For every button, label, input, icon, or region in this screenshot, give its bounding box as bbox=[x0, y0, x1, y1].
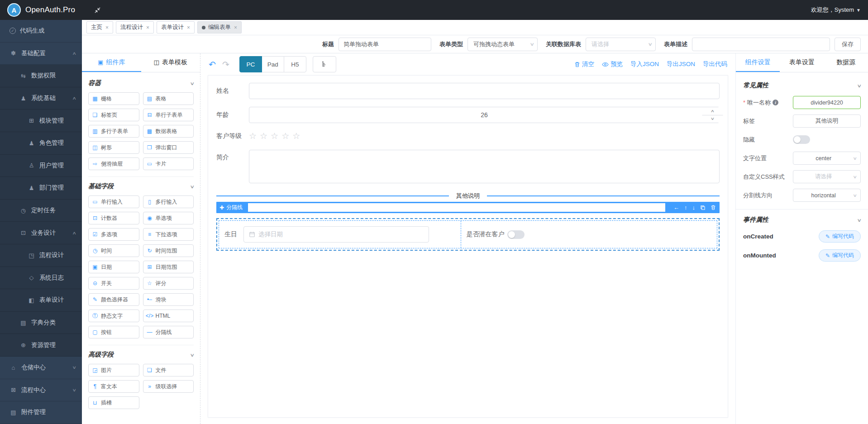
component-popup-window[interactable]: ❒弹出窗口 bbox=[143, 141, 194, 154]
sidebar-item-system-base[interactable]: ♟系统基础∧ bbox=[0, 87, 82, 110]
component-input[interactable]: ▭单行输入 bbox=[88, 195, 139, 208]
common-props-header[interactable]: 常见属性 ∨ bbox=[743, 81, 861, 90]
component-html[interactable]: </>HTML bbox=[143, 310, 194, 322]
field-rate-row[interactable]: 客户等级 ☆☆☆☆☆ bbox=[216, 131, 720, 141]
form-type-select[interactable]: 可拖拽动态表单 ∨ bbox=[467, 38, 538, 51]
delete-icon[interactable] bbox=[711, 205, 716, 210]
component-table[interactable]: ▤表格 bbox=[143, 92, 194, 105]
close-icon[interactable]: × bbox=[146, 24, 149, 31]
device-pc-button[interactable]: PC bbox=[239, 56, 262, 72]
section-header[interactable]: 高级字段∨ bbox=[88, 351, 194, 359]
info-icon[interactable]: i bbox=[773, 100, 778, 105]
component-rich-text[interactable]: ¶富文本 bbox=[88, 380, 139, 393]
star-icon[interactable]: ☆ bbox=[292, 131, 300, 141]
sidebar-item-dict-category[interactable]: ▤字典分类 bbox=[0, 312, 82, 334]
sidebar-item-workflow-design[interactable]: ◳流程设计 bbox=[0, 244, 82, 267]
save-button[interactable]: 保存 bbox=[835, 38, 861, 51]
user-menu[interactable]: 欢迎您，System ▼ bbox=[811, 6, 861, 14]
sidebar-item-code-gen[interactable]: ✓代码生成 bbox=[0, 20, 82, 43]
move-left-icon[interactable]: ← bbox=[673, 204, 679, 211]
component-switch[interactable]: ⊝开关 bbox=[88, 277, 139, 290]
sidebar-item-dept-mgmt[interactable]: ♟部门管理 bbox=[0, 177, 82, 200]
potential-customer-toggle[interactable] bbox=[507, 230, 525, 239]
move-up-icon[interactable]: ↑ bbox=[684, 204, 687, 211]
star-icon[interactable]: ☆ bbox=[249, 131, 257, 141]
device-h5-button[interactable]: H5 bbox=[284, 56, 306, 72]
unique-name-input[interactable] bbox=[793, 96, 861, 109]
page-tab-home[interactable]: 主页× bbox=[86, 21, 113, 33]
component-slider[interactable]: •–滑块 bbox=[143, 293, 194, 306]
component-checkbox[interactable]: ☑多选项 bbox=[88, 228, 139, 241]
collapse-sidebar-icon[interactable] bbox=[94, 7, 101, 14]
section-header[interactable]: 容器∨ bbox=[88, 79, 194, 87]
sidebar-item-warehouse-center[interactable]: ⌂仓储中心∨ bbox=[0, 357, 82, 379]
field-intro-row[interactable]: 简介 bbox=[216, 150, 720, 183]
text-position-select[interactable]: center ∨ bbox=[793, 152, 861, 165]
component-tab-page[interactable]: ❑标签页 bbox=[88, 109, 139, 121]
sidebar-item-attachment-mgmt[interactable]: ▤附件管理 bbox=[0, 401, 82, 424]
form-canvas[interactable]: 姓名 年龄 ∧ ∨ bbox=[208, 75, 728, 418]
device-pad-button[interactable]: Pad bbox=[262, 56, 284, 72]
clear-action[interactable]: 清空 bbox=[574, 60, 594, 68]
field-age-row[interactable]: 年龄 ∧ ∨ bbox=[216, 107, 720, 123]
component-counter[interactable]: ⊡计数器 bbox=[88, 212, 139, 224]
component-button[interactable]: ▢按钮 bbox=[88, 326, 139, 338]
component-time-range[interactable]: ↻时间范围 bbox=[143, 244, 194, 257]
copy-icon[interactable] bbox=[700, 205, 706, 210]
custom-css-select[interactable]: 请选择 ∨ bbox=[793, 170, 861, 183]
write-code-button[interactable]: ✎编写代码 bbox=[819, 249, 861, 262]
component-grid[interactable]: ▦栅格 bbox=[88, 92, 139, 105]
section-header[interactable]: 基础字段∨ bbox=[88, 182, 194, 191]
tag-input[interactable] bbox=[793, 114, 861, 128]
star-icon[interactable]: ☆ bbox=[260, 131, 267, 141]
field-name-row[interactable]: 姓名 bbox=[216, 83, 720, 99]
divider-direction-select[interactable]: horizontal ∨ bbox=[793, 189, 861, 202]
component-tree[interactable]: ◫树形 bbox=[88, 141, 139, 154]
component-single-subform[interactable]: ⊟单行子表单 bbox=[143, 109, 194, 121]
component-multi-subform[interactable]: ▥多行子表单 bbox=[88, 125, 139, 138]
sidebar-item-schedule-task[interactable]: ◷定时任务 bbox=[0, 200, 82, 222]
export-json-action[interactable]: 导出JSON bbox=[667, 60, 695, 68]
component-select[interactable]: ≡下拉选项 bbox=[143, 228, 194, 241]
sidebar-item-business-design[interactable]: ⊡业务设计∧ bbox=[0, 222, 82, 244]
db-table-select[interactable]: 请选择 ∨ bbox=[586, 38, 656, 51]
import-json-action[interactable]: 导入JSON bbox=[630, 60, 659, 68]
preview-action[interactable]: 预览 bbox=[602, 60, 623, 68]
sidebar-item-role-mgmt[interactable]: ♟角色管理 bbox=[0, 132, 82, 155]
component-slot[interactable]: ⊔插槽 bbox=[88, 396, 139, 409]
component-date-range[interactable]: ⊞日期范围 bbox=[143, 261, 194, 273]
sidebar-item-data-permission[interactable]: ⇆数据权限 bbox=[0, 65, 82, 87]
sidebar-item-form-designer[interactable]: ◧表单设计 bbox=[0, 289, 82, 312]
intro-textarea[interactable] bbox=[249, 150, 720, 183]
properties-tab-form-settings[interactable]: 表单设置 bbox=[780, 53, 824, 72]
page-tab-form-design[interactable]: 表单设计× bbox=[157, 21, 195, 33]
export-code-action[interactable]: 导出代码 bbox=[703, 60, 727, 68]
spinner-down-icon[interactable]: ∨ bbox=[702, 115, 723, 123]
outline-tree-button[interactable] bbox=[313, 56, 336, 72]
age-number-input[interactable]: ∧ ∨ bbox=[249, 107, 720, 123]
component-cascader[interactable]: »级联选择 bbox=[143, 380, 194, 393]
panel-tab-components[interactable]: ▣组件库 bbox=[82, 53, 141, 72]
move-down-icon[interactable]: ↓ bbox=[692, 204, 696, 211]
event-props-header[interactable]: 事件属性 ∨ bbox=[743, 216, 861, 224]
grid-container-selected[interactable]: 生日 选择日期 是否潜在客户 bbox=[216, 218, 720, 251]
rating-stars[interactable]: ☆☆☆☆☆ bbox=[249, 131, 300, 141]
close-icon[interactable]: × bbox=[105, 24, 109, 31]
component-image[interactable]: ◲图片 bbox=[88, 364, 139, 376]
component-textarea[interactable]: ▯多行输入 bbox=[143, 195, 194, 208]
component-file[interactable]: ❏文件 bbox=[143, 364, 194, 376]
properties-tab-data-source[interactable]: 数据源 bbox=[824, 53, 868, 72]
sidebar-item-module-mgmt[interactable]: ⊞模块管理 bbox=[0, 110, 82, 132]
component-time[interactable]: ◷时间 bbox=[88, 244, 139, 257]
name-input[interactable] bbox=[249, 83, 720, 99]
panel-tab-templates[interactable]: ◫表单模板 bbox=[141, 53, 200, 72]
component-card[interactable]: ▭卡片 bbox=[143, 157, 194, 170]
properties-tab-component-settings[interactable]: 组件设置 bbox=[736, 53, 780, 72]
component-side-drawer[interactable]: ⇨侧滑抽屉 bbox=[88, 157, 139, 170]
sidebar-item-user-mgmt[interactable]: ♙用户管理 bbox=[0, 155, 82, 177]
close-icon[interactable]: × bbox=[234, 24, 237, 31]
sidebar-item-system-log[interactable]: ◇系统日志 bbox=[0, 267, 82, 290]
component-radio[interactable]: ◉单选项 bbox=[143, 212, 194, 224]
drag-handle[interactable]: ✚ 分隔线 bbox=[216, 202, 246, 213]
form-desc-input[interactable] bbox=[692, 38, 830, 51]
